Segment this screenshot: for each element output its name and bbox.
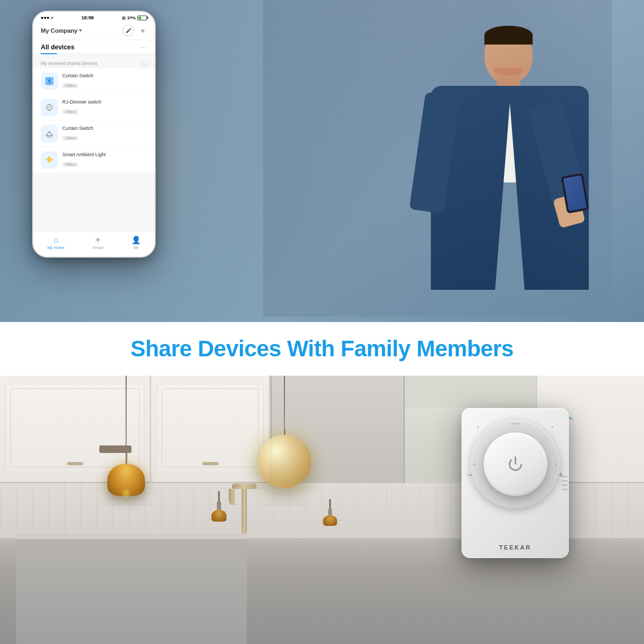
nav-me-label: Me: [133, 245, 138, 250]
device-status: Offline: [62, 109, 78, 114]
section-header: All devices ···: [33, 40, 155, 53]
status-bar: ●●● ⌿ 16:06 ◎ 37%: [33, 12, 155, 21]
list-item[interactable]: Curtain Switch Offline: [33, 121, 155, 147]
switch-body: − + TEEKAR: [462, 408, 569, 558]
svg-point-3: [48, 106, 50, 108]
list-item[interactable]: Curtain Switch Offline: [33, 68, 155, 94]
user-icon: 👤: [131, 236, 141, 244]
phone-mockup: ●●● ⌿ 16:06 ◎ 37% My Company: [32, 11, 156, 258]
nav-smart-label: Smart: [93, 245, 104, 250]
device-list: My received shared devices Cur: [33, 57, 155, 231]
banner-title: Share Devices With Family Members: [130, 336, 514, 362]
device-icon-dimmer: [41, 99, 58, 116]
device-status: Offline: [62, 136, 78, 141]
smart-icon: ☀: [94, 236, 101, 244]
shared-devices-label: My received shared devices: [33, 57, 155, 68]
section-title: All devices: [41, 43, 75, 51]
device-name: RJ-Dimmer switch: [62, 99, 147, 105]
svg-rect-6: [48, 136, 51, 137]
nav-bar: My Company 🎤 +: [33, 21, 155, 40]
minus-label: −: [467, 470, 473, 481]
more-options-button[interactable]: ···: [140, 43, 147, 51]
nav-item-home[interactable]: ⌂ My Home: [47, 236, 64, 250]
signal-dots: ●●●: [41, 15, 49, 20]
device-icon-curtain-2: [41, 125, 58, 142]
smart-switch-device: − + TEEKAR: [462, 408, 580, 569]
top-section: ●●● ⌿ 16:06 ◎ 37% My Company: [0, 0, 644, 322]
battery-icon: [137, 16, 147, 20]
add-button[interactable]: +: [138, 26, 147, 35]
device-name: Curtain Switch: [62, 73, 147, 78]
brand-label: TEEKAR: [499, 544, 531, 551]
refresh-icon[interactable]: [142, 61, 147, 66]
company-name-label: My Company: [41, 27, 77, 34]
list-item[interactable]: Smart Ambient Light Offline: [33, 147, 155, 173]
bottom-nav: ⌂ My Home ☀ Smart 👤 Me: [33, 231, 155, 257]
status-time: 16:06: [82, 15, 94, 20]
man-figure: [263, 0, 612, 317]
device-status: Offline: [62, 162, 78, 167]
vent-slots: [561, 476, 569, 491]
svg-point-7: [48, 158, 52, 162]
mic-button[interactable]: 🎤: [122, 25, 134, 36]
device-name: Curtain Switch: [62, 126, 147, 131]
nav-item-smart[interactable]: ☀ Smart: [93, 236, 104, 250]
list-item[interactable]: RJ-Dimmer switch Offline: [33, 94, 155, 120]
gps-icon: ◎: [122, 16, 126, 20]
company-selector[interactable]: My Company: [41, 27, 82, 34]
device-status: Offline: [62, 83, 78, 88]
bottom-section: − + TEEKAR: [0, 376, 644, 644]
nav-home-label: My Home: [47, 245, 64, 250]
battery-percent: 37%: [127, 16, 136, 20]
home-icon: ⌂: [54, 236, 58, 244]
active-tab-indicator: [41, 53, 57, 54]
middle-banner: Share Devices With Family Members: [0, 322, 644, 376]
chevron-down-icon: [79, 30, 82, 32]
device-icon-ambient-light: [41, 151, 58, 169]
device-name: Smart Ambient Light: [62, 152, 147, 157]
nav-item-me[interactable]: 👤 Me: [131, 236, 141, 250]
wifi-icon: ⌿: [50, 15, 53, 20]
device-icon-curtain-switch: [41, 72, 58, 90]
